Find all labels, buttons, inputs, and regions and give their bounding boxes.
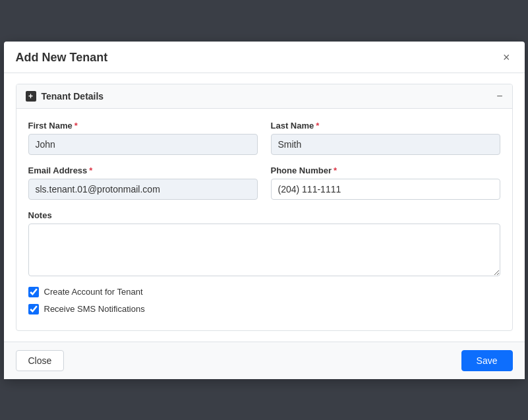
close-button[interactable]: Close — [16, 350, 65, 371]
tenant-details-section: + Tenant Details − First Name* — [16, 84, 513, 331]
phone-input[interactable] — [271, 179, 500, 200]
email-label: Email Address* — [28, 165, 258, 175]
notes-row: Notes — [28, 210, 500, 276]
modal-body: + Tenant Details − First Name* — [4, 73, 525, 342]
first-name-label: First Name* — [28, 121, 258, 131]
phone-group: Phone Number* — [271, 165, 500, 200]
first-name-group: First Name* — [28, 121, 258, 155]
modal-close-button[interactable]: × — [500, 51, 513, 63]
notes-label: Notes — [28, 210, 500, 220]
email-required: * — [89, 165, 92, 175]
sms-notifications-label[interactable]: Receive SMS Notifications — [44, 304, 145, 314]
modal-header: Add New Tenant × — [4, 42, 525, 73]
email-group: Email Address* — [28, 165, 258, 200]
phone-required: * — [334, 165, 337, 175]
notes-group: Notes — [28, 210, 500, 276]
last-name-input[interactable] — [271, 134, 500, 155]
create-account-label[interactable]: Create Account for Tenant — [44, 287, 143, 297]
create-account-checkbox[interactable] — [28, 287, 39, 297]
last-name-required: * — [316, 121, 319, 131]
email-input[interactable] — [28, 179, 258, 200]
notes-textarea[interactable] — [28, 224, 500, 276]
section-title-text: Tenant Details — [42, 91, 104, 102]
sms-notifications-checkbox[interactable] — [28, 304, 39, 315]
first-name-required: * — [74, 121, 78, 131]
section-header: + Tenant Details − — [16, 84, 512, 109]
last-name-group: Last Name* — [271, 121, 500, 155]
section-title: + Tenant Details — [26, 91, 104, 102]
modal-footer: Close Save — [4, 342, 525, 379]
first-name-input[interactable] — [28, 134, 258, 155]
save-button[interactable]: Save — [461, 350, 513, 371]
modal-title: Add New Tenant — [16, 51, 108, 65]
last-name-label: Last Name* — [271, 121, 500, 131]
section-body: First Name* Last Name* — [16, 109, 512, 330]
phone-label: Phone Number* — [271, 165, 500, 175]
modal-overlay: Add New Tenant × + Tenant Details − — [0, 0, 528, 420]
section-collapse-button[interactable]: − — [496, 91, 502, 102]
sms-notifications-row: Receive SMS Notifications — [28, 304, 500, 315]
contact-row: Email Address* Phone Number* — [28, 165, 500, 200]
section-plus-icon: + — [26, 91, 36, 102]
name-row: First Name* Last Name* — [28, 121, 500, 155]
modal-dialog: Add New Tenant × + Tenant Details − — [4, 42, 525, 379]
create-account-row: Create Account for Tenant — [28, 287, 500, 297]
